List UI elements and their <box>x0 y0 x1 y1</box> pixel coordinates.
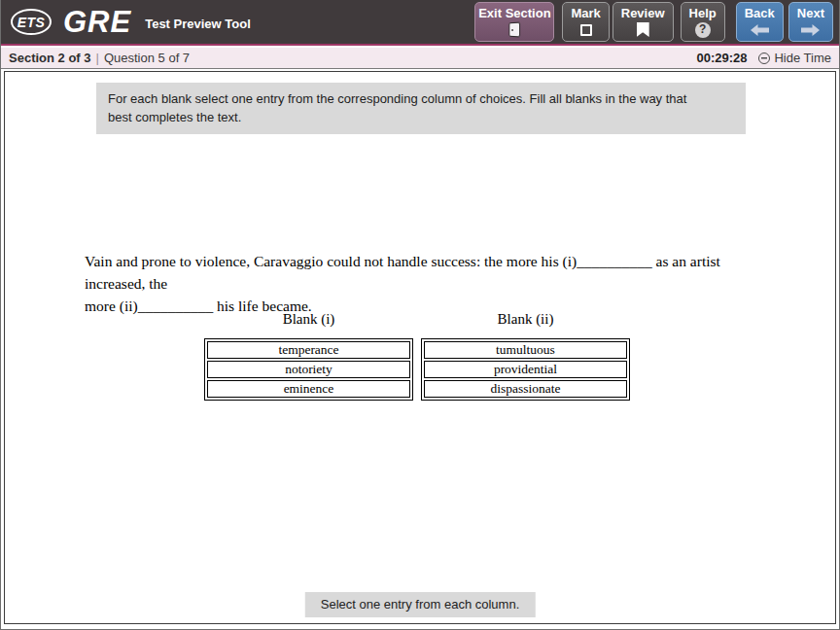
table-row: temperance <box>207 341 410 359</box>
answer-directions: Select one entry from each column. <box>305 592 536 617</box>
back-arrow-icon <box>751 21 769 38</box>
instructions-line-1: For each blank select one entry from the… <box>108 89 734 108</box>
hide-time-icon <box>758 52 770 64</box>
review-button[interactable]: Review <box>612 2 674 42</box>
choice-option[interactable]: temperance <box>207 341 410 359</box>
mark-square-icon <box>580 21 592 38</box>
table-row: eminence <box>207 380 410 398</box>
timer-value: 00:29:28 <box>696 51 747 65</box>
review-button-label: Review <box>621 6 665 20</box>
instructions-box: For each blank select one entry from the… <box>96 83 746 134</box>
hide-time-toggle[interactable]: Hide Time <box>758 51 831 65</box>
test-preview-window: ETS GRE Test Preview Tool Exit Section M… <box>0 0 840 630</box>
back-button[interactable]: Back <box>736 2 784 42</box>
exit-section-button[interactable]: Exit Section <box>474 2 554 42</box>
blank-i-column: Blank (i) temperance notoriety eminence <box>204 311 413 401</box>
hide-time-label: Hide Time <box>774 51 831 65</box>
gre-logo: GRE <box>63 5 131 40</box>
question-progress: Question 5 of 7 <box>104 51 190 65</box>
section-progress: Section 2 of 3 <box>9 51 91 65</box>
choice-option[interactable]: tumultuous <box>424 341 627 359</box>
blank-ii-label: Blank (ii) <box>421 311 630 328</box>
choice-option[interactable]: notoriety <box>207 361 410 378</box>
table-row: notoriety <box>207 361 410 378</box>
timer-area: 00:29:28 Hide Time <box>696 51 831 65</box>
back-button-label: Back <box>745 6 775 20</box>
status-separator: | <box>96 51 99 65</box>
logo-area: ETS GRE Test Preview Tool <box>1 5 251 40</box>
help-question-icon: ? <box>695 21 711 38</box>
mark-button[interactable]: Mark <box>562 2 609 42</box>
table-row: providential <box>424 361 627 378</box>
blank-i-label: Blank (i) <box>204 311 413 328</box>
exit-section-button-label: Exit Section <box>478 6 550 20</box>
ets-logo: ETS <box>11 9 52 35</box>
choice-option[interactable]: providential <box>424 361 627 378</box>
instructions-line-2: best completes the text. <box>108 108 734 126</box>
next-button-label: Next <box>797 6 824 20</box>
help-button[interactable]: Help ? <box>681 2 725 42</box>
header-bar: ETS GRE Test Preview Tool Exit Section M… <box>1 0 839 46</box>
status-bar: Section 2 of 3 | Question 5 of 7 00:29:2… <box>1 48 839 69</box>
table-row: tumultuous <box>424 341 627 359</box>
table-row: dispassionate <box>424 380 627 398</box>
next-button[interactable]: Next <box>788 2 833 42</box>
question-line-1: Vain and prone to violence, Caravaggio c… <box>85 250 775 295</box>
app-title: Test Preview Tool <box>145 17 251 31</box>
choice-option[interactable]: dispassionate <box>424 380 627 398</box>
question-content-area: For each blank select one entry from the… <box>4 71 836 624</box>
help-button-label: Help <box>689 6 717 20</box>
header-button-row: Exit Section Mark Review Help <box>474 2 839 42</box>
mark-button-label: Mark <box>571 6 600 20</box>
bookmark-icon <box>637 21 649 38</box>
blank-i-choices-table: temperance notoriety eminence <box>204 338 413 401</box>
blank-ii-column: Blank (ii) tumultuous providential dispa… <box>421 311 630 401</box>
next-arrow-icon <box>801 21 820 38</box>
ets-logo-text: ETS <box>18 15 46 30</box>
question-text: Vain and prone to violence, Caravaggio c… <box>85 250 775 317</box>
blank-ii-choices-table: tumultuous providential dispassionate <box>421 338 630 401</box>
choice-option[interactable]: eminence <box>207 380 410 398</box>
exit-door-icon <box>508 21 520 38</box>
